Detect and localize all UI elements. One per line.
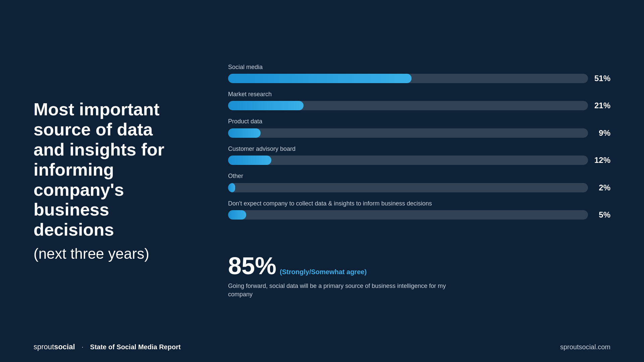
bar-row-0: 51% [228, 74, 610, 83]
bar-track-3 [228, 156, 588, 165]
bar-row-3: 12% [228, 156, 610, 165]
stat-label: (Strongly/Somewhat agree) [280, 268, 367, 276]
left-panel: Most important source of data and insigh… [34, 27, 208, 335]
bar-percent-2: 9% [592, 128, 610, 138]
bar-fill-3 [228, 156, 271, 165]
footer: sproutsocial · State of Social Media Rep… [34, 343, 610, 351]
bar-track-5 [228, 210, 588, 220]
bar-percent-3: 12% [592, 156, 610, 165]
bar-track-0 [228, 74, 588, 83]
main-container: Most important source of data and insigh… [0, 0, 644, 362]
bar-row-2: 9% [228, 128, 610, 138]
bar-item: Social media 51% [228, 63, 610, 83]
bar-fill-4 [228, 183, 235, 192]
bar-item: Don't expect company to collect data & i… [228, 200, 610, 220]
bar-track-2 [228, 128, 588, 138]
sub-title: (next three years) [34, 245, 188, 262]
bar-item: Product data 9% [228, 118, 610, 137]
bar-label-0: Social media [228, 63, 610, 71]
brand-plain: sprout [34, 343, 54, 351]
bar-fill-1 [228, 101, 304, 110]
bar-label-3: Customer advisory board [228, 145, 610, 153]
bar-label-4: Other [228, 172, 610, 180]
stat-description: Going forward, social data will be a pri… [228, 282, 456, 299]
bar-label-1: Market research [228, 90, 610, 98]
summary-stat: 85% (Strongly/Somewhat agree) [228, 254, 610, 278]
bar-percent-4: 2% [592, 183, 610, 192]
right-panel: Social media 51% Market research 21% Pro… [208, 27, 610, 335]
bar-fill-0 [228, 74, 412, 83]
bar-row-1: 21% [228, 101, 610, 110]
bar-row-5: 5% [228, 210, 610, 220]
stat-number: 85% [228, 254, 276, 278]
main-title: Most important source of data and insigh… [34, 100, 188, 240]
footer-left: sproutsocial · State of Social Media Rep… [34, 343, 181, 351]
bar-item: Customer advisory board 12% [228, 145, 610, 165]
bar-row-4: 2% [228, 183, 610, 192]
title-bold: Most important source of data and insigh… [34, 100, 164, 239]
bar-label-2: Product data [228, 118, 610, 125]
bar-fill-2 [228, 128, 261, 138]
bar-label-5: Don't expect company to collect data & i… [228, 200, 610, 207]
bar-item: Other 2% [228, 172, 610, 192]
bar-percent-1: 21% [592, 101, 610, 110]
footer-website: sproutsocial.com [560, 343, 610, 351]
brand-name: sproutsocial [34, 343, 75, 351]
title-light: (next three years) [34, 245, 149, 262]
bar-percent-5: 5% [592, 210, 610, 220]
report-name: State of Social Media Report [90, 343, 181, 351]
bar-item: Market research 21% [228, 90, 610, 110]
brand-bold: social [54, 343, 75, 351]
bar-track-4 [228, 183, 588, 192]
bar-percent-0: 51% [592, 74, 610, 83]
footer-separator: · [82, 344, 84, 351]
bar-track-1 [228, 101, 588, 110]
bar-fill-5 [228, 210, 246, 220]
summary-section: 85% (Strongly/Somewhat agree) Going forw… [228, 254, 610, 299]
chart-section: Social media 51% Market research 21% Pro… [228, 63, 610, 227]
